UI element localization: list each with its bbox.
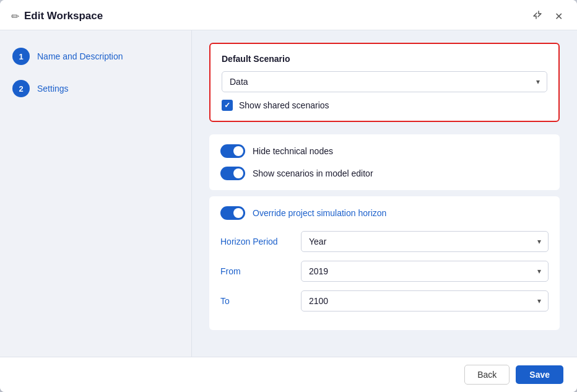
modal-header: ✏ Edit Workspace ✕ [0, 0, 577, 30]
hide-technical-nodes-toggle[interactable] [220, 144, 245, 158]
from-label: From [220, 266, 301, 276]
modal-title-row: ✏ Edit Workspace [11, 10, 103, 22]
show-scenarios-in-model-editor-row: Show scenarios in model editor [220, 167, 549, 180]
modal-title: Edit Workspace [24, 10, 103, 22]
default-scenario-title: Default Scenario [222, 54, 547, 64]
expand-button[interactable] [529, 9, 545, 24]
from-select[interactable]: 2019 2020 2021 [301, 261, 549, 282]
hide-technical-nodes-row: Hide technical nodes [220, 144, 549, 158]
save-button[interactable]: Save [516, 365, 563, 384]
to-select[interactable]: 2100 2050 2030 [301, 290, 549, 311]
back-button[interactable]: Back [464, 365, 510, 385]
to-label: To [220, 296, 301, 306]
horizon-period-select[interactable]: Year Month Day [301, 231, 549, 252]
modal-footer: Back Save [0, 357, 577, 392]
show-shared-scenarios-label: Show shared scenarios [239, 100, 329, 110]
hide-technical-nodes-label: Hide technical nodes [253, 146, 333, 156]
toggle-settings-section: Hide technical nodes Show scenarios in m… [209, 134, 560, 190]
sidebar-item-settings[interactable]: 2 Settings [0, 72, 191, 105]
checkbox-check-icon: ✓ [224, 101, 230, 110]
horizon-period-row: Horizon Period Year Month Day ▾ [220, 231, 549, 252]
main-content: Default Scenario Data Scenario 1 Scenari… [192, 30, 577, 357]
close-button[interactable]: ✕ [552, 9, 566, 24]
sidebar-item-name-description[interactable]: 1 Name and Description [0, 40, 191, 72]
from-row: From 2019 2020 2021 ▾ [220, 261, 549, 282]
show-shared-scenarios-checkbox[interactable]: ✓ [222, 100, 233, 111]
sidebar-label-settings: Settings [37, 84, 69, 94]
pencil-icon: ✏ [11, 11, 19, 22]
show-shared-scenarios-row: ✓ Show shared scenarios [222, 100, 547, 111]
highlighted-section: Default Scenario Data Scenario 1 Scenari… [209, 43, 560, 122]
show-scenarios-in-model-editor-label: Show scenarios in model editor [253, 168, 373, 178]
sidebar-label-name-description: Name and Description [37, 51, 123, 61]
override-horizon-toggle[interactable] [220, 206, 245, 220]
toggle-knob-3 [233, 208, 243, 218]
to-select-wrapper: 2100 2050 2030 ▾ [301, 290, 549, 311]
step-badge-1: 1 [12, 48, 30, 65]
default-scenario-select-wrapper: Data Scenario 1 Scenario 2 ▾ [222, 71, 547, 92]
toggle-knob-1 [233, 146, 243, 156]
show-scenarios-in-model-editor-toggle[interactable] [220, 167, 245, 180]
toggle-knob-2 [233, 168, 243, 178]
to-row: To 2100 2050 2030 ▾ [220, 290, 549, 311]
step-badge-2: 2 [12, 80, 30, 97]
horizon-period-select-wrapper: Year Month Day ▾ [301, 231, 549, 252]
from-select-wrapper: 2019 2020 2021 ▾ [301, 261, 549, 282]
horizon-section: Override project simulation horizon Hori… [209, 196, 560, 330]
horizon-period-label: Horizon Period [220, 237, 301, 246]
header-actions: ✕ [529, 9, 566, 24]
sidebar: 1 Name and Description 2 Settings [0, 30, 192, 357]
modal-body: 1 Name and Description 2 Settings Defaul… [0, 30, 577, 357]
override-horizon-label: Override project simulation horizon [253, 208, 386, 218]
default-scenario-select[interactable]: Data Scenario 1 Scenario 2 [222, 71, 547, 92]
edit-workspace-modal: ✏ Edit Workspace ✕ 1 Name and Descriptio… [0, 0, 577, 392]
override-horizon-row: Override project simulation horizon [220, 206, 549, 220]
